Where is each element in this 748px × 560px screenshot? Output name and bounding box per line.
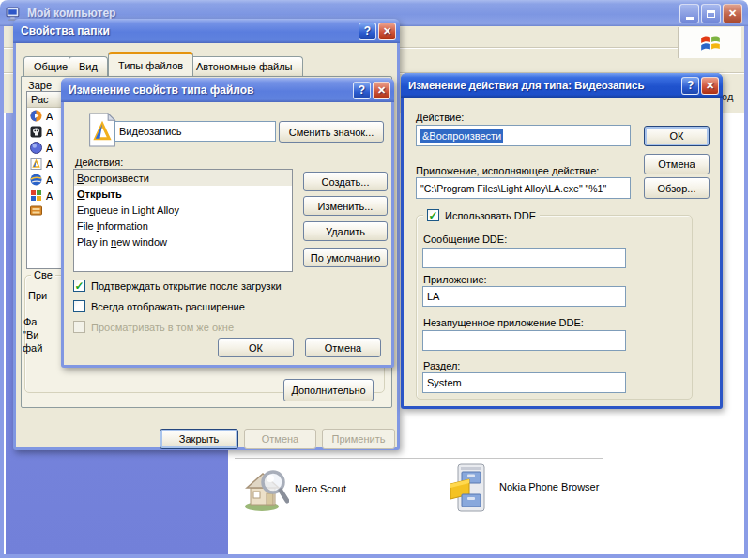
file-type-name-input[interactable]: Видеозапись	[114, 121, 276, 142]
minimize-button[interactable]	[679, 4, 699, 23]
checkbox-disabled-icon: ✓	[73, 321, 85, 333]
nokia-phone-browser-icon[interactable]	[449, 463, 492, 516]
windows-flag-icon	[699, 32, 722, 54]
use-dde-checkbox[interactable]: ✓ Использовать DDE	[423, 209, 540, 221]
advanced-button[interactable]: Дополнительно	[283, 379, 374, 401]
checkbox-checked-icon[interactable]: ✓	[73, 280, 85, 292]
actions-list[interactable]: Воспроизвести Открыть Enqueue in Light A…	[73, 169, 293, 272]
dde-not-running-input[interactable]	[422, 330, 626, 351]
edit-file-type-dialog: Изменение свойств типа файлов ? ✕ Видеоз…	[61, 78, 394, 368]
action-item-enqueue[interactable]: Enqueue in Light Alloy	[74, 202, 292, 218]
action-item-play-new-window[interactable]: Play in new window	[74, 234, 292, 250]
always-show-extension-checkbox[interactable]: ✓ Всегда отображать расширение	[73, 300, 245, 312]
description-fragment-1: Фа	[23, 316, 37, 327]
new-action-button[interactable]: Создать...	[303, 172, 388, 191]
confirm-open-checkbox[interactable]: ✓ Подтверждать открытие после загрузки	[73, 280, 282, 292]
application-path-input[interactable]: "C:\Program Files\Light Alloy\LA.exe" "%…	[416, 177, 631, 199]
help-button[interactable]: ?	[353, 82, 371, 99]
nero-scout-label[interactable]: Nero Scout	[295, 483, 346, 494]
window-border-right	[744, 26, 748, 554]
blocks-file-icon	[30, 189, 42, 202]
close-dialog-button[interactable]: ✕	[701, 77, 719, 95]
dde-not-running-label: Незапущенное приложение DDE:	[423, 317, 584, 328]
details-group-label-fragment: Све	[31, 269, 55, 280]
set-default-button[interactable]: По умолчанию	[303, 248, 388, 267]
tab-view[interactable]: Вид	[69, 56, 108, 76]
edit-action-titlebar: Изменение действия для типа: Видеозапись…	[401, 73, 723, 98]
close-button[interactable]: ✕	[723, 4, 742, 23]
help-button[interactable]: ?	[359, 23, 376, 40]
edit-action-title: Изменение действия для типа: Видеозапись	[408, 80, 644, 91]
edit-action-body: Действие: &Воспроизвести ОК Отмена Прило…	[404, 98, 720, 406]
browse-same-window-checkbox: ✓ Просматривать в том же окне	[73, 321, 234, 333]
desktop-screen: Мой компьютер ✕ од	[0, 0, 748, 560]
close-dialog-button[interactable]: ✕	[373, 82, 390, 99]
application-label: Приложение, исполняющее действие:	[416, 165, 599, 176]
maximize-button[interactable]	[701, 4, 721, 23]
registered-types-label-fragment: Заре	[28, 80, 52, 91]
edit-action-dialog: Изменение действия для типа: Видеозапись…	[401, 73, 723, 409]
dde-topic-label: Раздел:	[423, 360, 460, 371]
dde-application-label: Приложение:	[423, 274, 487, 285]
skull-file-icon	[30, 126, 42, 138]
browse-button[interactable]: Обзор...	[644, 177, 710, 199]
selected-text: &Воспроизвести	[420, 129, 503, 143]
edit-action-button[interactable]: Изменить...	[303, 196, 388, 216]
checkbox-unchecked-icon[interactable]: ✓	[73, 300, 85, 312]
folder-options-title: Свойства папки	[21, 24, 110, 38]
edit-file-type-body: Видеозапись Сменить значок... Действия: …	[64, 102, 391, 365]
folder-options-titlebar: Свойства папки ? ✕	[13, 19, 400, 43]
dde-message-label: Сообщение DDE:	[423, 234, 507, 245]
light-alloy-file-icon	[30, 158, 42, 170]
cabinet-file-icon	[30, 205, 42, 218]
main-window-title: Мой компьютер	[27, 7, 115, 20]
description-fragment-3: фай	[23, 342, 42, 354]
action-label: Действие:	[416, 112, 464, 123]
dde-message-input[interactable]	[422, 248, 626, 268]
change-icon-button[interactable]: Сменить значок...	[279, 121, 384, 143]
globe-file-icon	[30, 174, 42, 186]
edit-file-type-title: Изменение свойств типа файлов	[69, 83, 254, 97]
close-dialog-button[interactable]: ✕	[378, 23, 396, 40]
maximize-icon	[707, 10, 715, 18]
icon-group-separator	[235, 458, 603, 459]
action-item-play[interactable]: Воспроизвести	[74, 170, 292, 186]
minimize-icon	[686, 17, 694, 20]
nokia-phone-browser-label[interactable]: Nokia Phone Browser	[499, 481, 599, 492]
delete-action-button[interactable]: Удалить	[303, 221, 388, 241]
nero-scout-icon[interactable]	[244, 467, 289, 514]
action-name-input[interactable]: &Воспроизвести	[416, 125, 631, 146]
cancel-file-type-button[interactable]: Отмена	[305, 338, 381, 357]
tab-file-types[interactable]: Типы файлов	[108, 52, 193, 76]
brand-logo-block	[678, 27, 741, 58]
tab-offline-files[interactable]: Автономные файлы	[186, 56, 303, 76]
action-item-open[interactable]: Открыть	[74, 186, 292, 202]
apply-folder-options-button[interactable]: Применить	[322, 429, 395, 449]
cancel-folder-options-button[interactable]: Отмена	[244, 429, 316, 449]
action-item-file-information[interactable]: File Information	[74, 218, 292, 234]
opens-with-label-fragment: При	[28, 290, 47, 301]
ok-file-type-button[interactable]: ОК	[218, 338, 294, 357]
window-border-bottom	[0, 554, 748, 558]
go-button-fragment[interactable]: од	[722, 91, 733, 102]
description-fragment-2: "Ви	[23, 329, 38, 341]
edit-file-type-titlebar: Изменение свойств типа файлов ? ✕	[61, 78, 394, 102]
dde-application-input[interactable]: LA	[422, 286, 626, 307]
help-button[interactable]: ?	[681, 77, 699, 95]
file-type-document-icon	[87, 113, 117, 149]
media-file-icon	[30, 110, 42, 122]
dde-topic-input[interactable]: System	[422, 372, 626, 393]
sphere-file-icon	[30, 142, 42, 154]
ok-edit-action-button[interactable]: ОК	[644, 126, 710, 146]
checkbox-checked-icon[interactable]: ✓	[427, 209, 439, 221]
cancel-edit-action-button[interactable]: Отмена	[644, 154, 710, 174]
actions-label: Действия:	[75, 157, 123, 168]
close-folder-options-button[interactable]: Закрыть	[160, 429, 238, 449]
